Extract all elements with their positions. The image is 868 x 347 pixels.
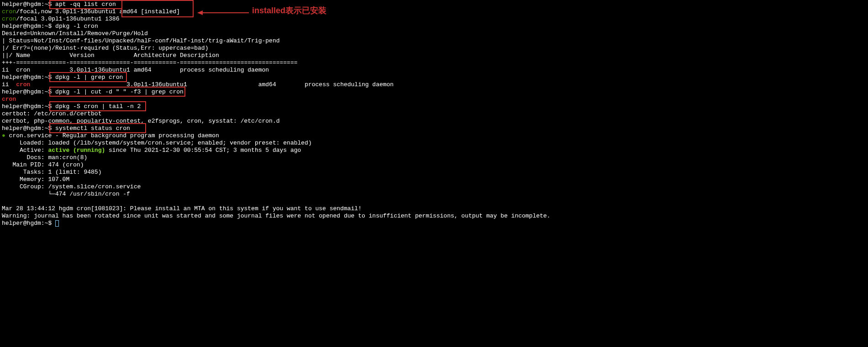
prompt-line[interactable]: helper@hgdm:~$ dpkg -l | grep cron [2,74,866,81]
prompt-userhost: helper@hgdm:~$ [2,103,52,110]
prompt-userhost: helper@hgdm:~$ [2,125,52,132]
prompt-line[interactable]: helper@hgdm:~$ dpkg -l cron [2,23,866,30]
apt-output-installed: cron/focal,now 3.0pl1-136ubuntu1 amd64 [… [2,8,866,16]
cursor-icon [55,220,59,227]
prompt-userhost: helper@hgdm:~$ [2,88,52,95]
service-tasks: Tasks: 1 (limit: 9485) [2,169,866,176]
service-active: Active: active (running) since Thu 2021-… [2,147,866,154]
service-tree: └─474 /usr/sbin/cron -f [2,191,866,198]
dpkg-grep-row: ii cron 3.0pl1-136ubuntu1 amd64 process … [2,81,866,88]
prompt-line[interactable]: helper@hgdm:~$ apt -qq list cron [2,1,866,8]
cmd-dpkg-l-cron: dpkg -l cron [55,23,98,30]
cmd-apt-list: apt -qq list cron [55,1,116,8]
prompt-line[interactable]: helper@hgdm:~$ [2,220,866,227]
prompt-userhost: helper@hgdm:~$ [2,74,52,81]
apt-output-i386: cron/focal 3.0pl1-136ubuntu1 i386 [2,16,866,23]
dpkg-S-output: certbot, php-common, popularity-contest,… [2,118,866,125]
prompt-line[interactable]: helper@hgdm:~$ dpkg -l | cut -d " " -f3 … [2,88,866,96]
log-line: Mar 28 13:44:12 hgdm cron[1081023]: Plea… [2,205,866,212]
cmd-systemctl: systemctl status cron [55,125,130,132]
terminal-output: helper@hgdm:~$ apt -qq list cron cron/fo… [2,1,866,227]
cmd-dpkg-S: dpkg -S cron | tail -n 2 [55,103,141,110]
prompt-userhost: helper@hgdm:~$ [2,1,52,8]
service-loaded: Loaded: loaded (/lib/systemd/system/cron… [2,140,866,147]
service-cgroup: CGroup: /system.slice/cron.service [2,183,866,191]
prompt-line[interactable]: helper@hgdm:~$ systemctl status cron [2,125,866,132]
dpkg-header: ||/ Name Version Architecture Descriptio… [2,52,866,59]
prompt-userhost: helper@hgdm:~$ [2,23,52,30]
cut-output: cron [2,96,866,103]
dpkg-row: ii cron 3.0pl1-136ubuntu1 amd64 process … [2,67,866,74]
service-docs: Docs: man:cron(8) [2,154,866,161]
dpkg-S-output: certbot: /etc/cron.d/certbot [2,110,866,118]
dpkg-header: |/ Err?=(none)/Reinst-required (Status,E… [2,45,866,52]
dpkg-header: Desired=Unknown/Install/Remove/Purge/Hol… [2,30,866,37]
dpkg-header: | Status=Not/Inst/Conf-files/Unpacked/ha… [2,37,866,45]
cmd-dpkg-cut: dpkg -l | cut -d " " -f3 | grep cron [55,88,184,95]
prompt-userhost: helper@hgdm:~$ [2,220,52,227]
prompt-line[interactable]: helper@hgdm:~$ dpkg -S cron | tail -n 2 [2,103,866,110]
warn-line: Warning: journal has been rotated since … [2,212,866,220]
service-mainpid: Main PID: 474 (cron) [2,161,866,169]
service-memory: Memory: 107.0M [2,176,866,183]
blank-line [2,198,866,205]
service-header: ● cron.service - Regular background prog… [2,132,866,140]
cmd-dpkg-grep: dpkg -l | grep cron [55,74,123,81]
dpkg-header: +++-==============-=================-===… [2,59,866,67]
